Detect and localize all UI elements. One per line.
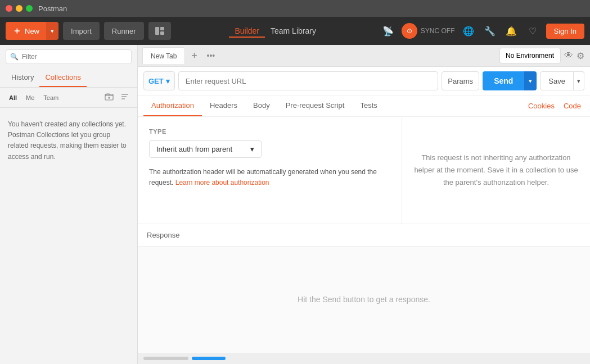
params-button[interactable]: Params — [442, 71, 479, 90]
tab-more-button[interactable]: ••• — [203, 50, 218, 61]
response-label: Response — [147, 231, 180, 239]
new-button-group: ＋ New ▾ — [6, 22, 58, 40]
sidebar: 🔍 History Collections All Me Team — [0, 45, 138, 364]
sort-icon[interactable] — [118, 91, 132, 104]
search-icon: 🔍 — [10, 53, 19, 61]
bell-icon[interactable]: 🔔 — [503, 23, 519, 39]
maximize-button[interactable] — [26, 5, 33, 12]
nav-tabs: Builder Team Library — [175, 24, 376, 38]
filter-all-button[interactable]: All — [6, 93, 20, 102]
close-button[interactable] — [6, 5, 12, 12]
svg-rect-1 — [160, 27, 164, 30]
sidebar-empty-state: You haven't created any collections yet.… — [0, 108, 137, 174]
builder-tab[interactable]: Builder — [229, 24, 265, 38]
sync-icon[interactable]: ⊙ — [402, 23, 417, 39]
type-label: TYPE — [149, 128, 390, 135]
tab-right-links: Cookies Code — [525, 96, 584, 116]
sidebar-search-area: 🔍 — [0, 45, 137, 69]
content-area: New Tab + ••• No Environment 👁 ⚙ GET ▾ P… — [138, 45, 590, 364]
response-scrollbar[interactable] — [138, 353, 590, 364]
tab-body[interactable]: Body — [245, 95, 278, 116]
app-title: Postman — [38, 4, 67, 13]
runner-button[interactable]: Runner — [104, 22, 144, 40]
plus-icon: ＋ — [12, 25, 21, 37]
import-button[interactable]: Import — [63, 22, 100, 40]
toolbar: ＋ New ▾ Import Runner Builder Team Libra… — [0, 17, 590, 45]
url-input[interactable] — [178, 71, 439, 90]
learn-more-link[interactable]: Learn more about authorization — [175, 179, 269, 186]
team-library-tab[interactable]: Team Library — [265, 24, 322, 38]
save-button[interactable]: Save — [540, 71, 574, 90]
response-area: Response — [138, 224, 590, 247]
tab-authorization[interactable]: Authorization — [143, 95, 202, 116]
sync-text: SYNC OFF — [421, 27, 455, 35]
environment-select[interactable]: No Environment — [499, 48, 561, 63]
wrench-icon[interactable]: 🔧 — [482, 23, 498, 39]
auth-content: TYPE Inherit auth from parent ▾ The auth… — [138, 117, 590, 224]
tab-headers[interactable]: Headers — [202, 95, 245, 116]
sidebar-filter-bar: All Me Team — [0, 88, 137, 108]
auth-right-panel: This request is not inheriting any autho… — [402, 117, 590, 224]
tab-tests[interactable]: Tests — [352, 95, 385, 116]
tab-prerequest[interactable]: Pre-request Script — [278, 95, 353, 116]
sidebar-tab-history[interactable]: History — [6, 69, 39, 87]
filter-me-button[interactable]: Me — [22, 93, 38, 102]
main-layout: 🔍 History Collections All Me Team — [0, 45, 590, 364]
sidebar-tabs: History Collections — [0, 69, 137, 88]
new-tab[interactable]: New Tab — [142, 47, 185, 64]
response-body: Hit the Send button to get a response. — [138, 247, 590, 353]
new-main-button[interactable]: ＋ New — [6, 22, 46, 40]
save-group: Save ▾ — [540, 71, 584, 90]
toolbar-right: 📡 ⊙ SYNC OFF 🌐 🔧 🔔 ♡ Sign In — [380, 23, 584, 39]
send-group: Send ▾ — [483, 71, 537, 90]
env-controls: No Environment 👁 ⚙ — [499, 48, 590, 63]
auth-left-panel: TYPE Inherit auth from parent ▾ The auth… — [138, 117, 402, 224]
add-collection-icon[interactable] — [102, 91, 116, 104]
sign-in-button[interactable]: Sign In — [546, 24, 584, 39]
send-button[interactable]: Send — [483, 71, 524, 90]
minimize-button[interactable] — [16, 5, 22, 12]
layout-icon — [155, 27, 164, 35]
type-chevron-icon: ▾ — [250, 145, 254, 153]
method-chevron-icon: ▾ — [166, 77, 170, 85]
sync-area: ⊙ SYNC OFF — [402, 23, 455, 39]
scroll-thumb-left — [143, 357, 188, 360]
title-bar: Postman — [0, 0, 590, 17]
new-folder-icon — [105, 92, 114, 101]
top-bar-row: New Tab + ••• No Environment 👁 ⚙ — [138, 45, 590, 67]
filter-input[interactable] — [6, 49, 132, 64]
request-tabs: Authorization Headers Body Pre-request S… — [138, 95, 590, 117]
satellite-icon[interactable]: 📡 — [380, 23, 396, 39]
env-eye-button[interactable]: 👁 — [564, 51, 573, 61]
auth-description: The authorization header will be automat… — [149, 167, 390, 188]
svg-rect-0 — [155, 27, 159, 35]
url-bar: GET ▾ Params Send ▾ Save ▾ — [138, 67, 590, 95]
save-dropdown-button[interactable]: ▾ — [574, 71, 584, 90]
tab-bar: New Tab + ••• — [138, 45, 499, 66]
filter-actions — [102, 91, 132, 104]
filter-team-button[interactable]: Team — [40, 93, 62, 102]
send-dropdown-button[interactable]: ▾ — [524, 71, 537, 90]
sidebar-tab-collections[interactable]: Collections — [39, 69, 87, 87]
layout-button[interactable] — [148, 22, 171, 40]
auth-info-text: This request is not inheriting any autho… — [413, 152, 579, 189]
add-tab-button[interactable]: + — [187, 49, 201, 62]
auth-type-select[interactable]: Inherit auth from parent ▾ — [149, 140, 262, 158]
new-label: New — [25, 27, 39, 35]
cookies-link[interactable]: Cookies — [525, 96, 558, 116]
env-settings-button[interactable]: ⚙ — [577, 51, 584, 61]
scroll-thumb-right — [192, 357, 226, 360]
svg-rect-2 — [160, 31, 164, 35]
method-select[interactable]: GET ▾ — [143, 71, 175, 90]
sort-icon-svg — [120, 93, 129, 101]
heart-icon[interactable]: ♡ — [525, 23, 541, 39]
response-empty-text: Hit the Send button to get a response. — [298, 295, 430, 304]
window-controls — [6, 5, 33, 12]
code-link[interactable]: Code — [560, 96, 584, 116]
new-dropdown-button[interactable]: ▾ — [46, 22, 58, 40]
globe-icon[interactable]: 🌐 — [461, 23, 476, 39]
